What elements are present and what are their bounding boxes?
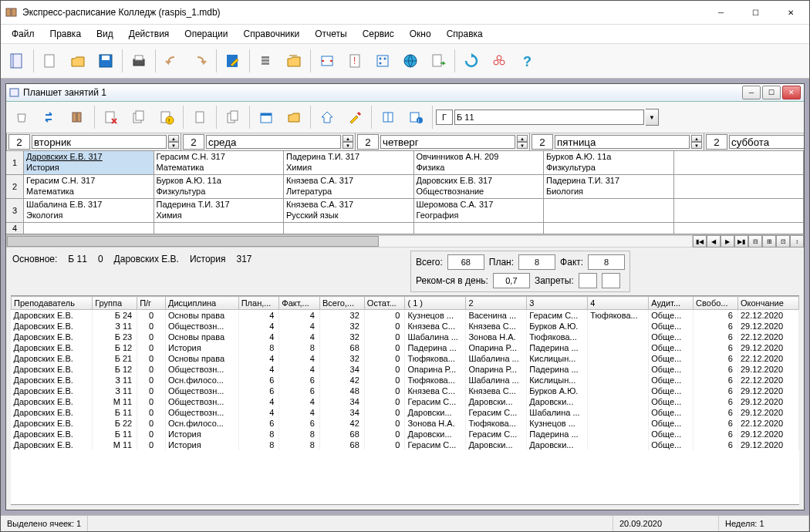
schedule-cell[interactable]: Бурков А.Ю. 11аФизкультура <box>544 151 674 174</box>
child-maximize[interactable]: ☐ <box>762 86 781 99</box>
stack-icon[interactable] <box>253 48 279 74</box>
group-letter-combo[interactable] <box>436 109 453 125</box>
col-header[interactable]: 4 <box>588 297 649 310</box>
schedule-cell[interactable]: Князева С.А. 317Русский язык <box>284 199 414 222</box>
redo-icon[interactable] <box>187 48 213 74</box>
folder-stack-icon[interactable] <box>281 48 307 74</box>
scroll-thumb[interactable] <box>7 236 379 247</box>
table-row[interactable]: Даровских Е.В.Б 230Основы права44320Шаба… <box>12 332 799 342</box>
schedule-cell[interactable] <box>674 151 805 174</box>
schedule-cell[interactable]: Даровских Е.В. 317История <box>24 151 154 174</box>
table-row[interactable]: Даровских Е.В.З 110Обществозн...44320Кня… <box>12 321 799 332</box>
pages-icon[interactable] <box>126 104 152 130</box>
schedule-cell[interactable] <box>544 199 674 222</box>
home-icon[interactable] <box>314 104 340 130</box>
page-next-icon[interactable] <box>425 48 451 74</box>
menu-Окно[interactable]: Окно <box>403 27 437 41</box>
col-header[interactable]: Преподаватель <box>12 297 93 310</box>
schedule-cell[interactable]: Князева С.А. 317Литература <box>284 175 414 198</box>
menu-Операции[interactable]: Операции <box>178 27 234 41</box>
col-header[interactable]: 3 <box>527 297 588 310</box>
schedule-cell[interactable]: Герасим С.Н. 317Математика <box>154 151 285 174</box>
col-header[interactable]: План,... <box>238 297 279 310</box>
group-combo[interactable]: ▼ <box>454 109 659 126</box>
child-minimize[interactable]: ─ <box>742 86 761 99</box>
col-header[interactable]: 2 <box>466 297 527 310</box>
fact-field[interactable] <box>588 254 625 270</box>
schedule-cell[interactable]: Овчинников А.Н. 209Физика <box>414 151 545 174</box>
day-name[interactable] <box>555 135 690 149</box>
schedule-cell[interactable] <box>414 223 545 234</box>
minimize-button[interactable]: ─ <box>704 2 738 23</box>
page-warn-icon[interactable]: ! <box>154 104 180 130</box>
schedule-cell[interactable]: Шеромова С.А. 317География <box>414 199 545 222</box>
day-num[interactable] <box>357 134 379 150</box>
schedule-cell[interactable] <box>674 223 805 234</box>
swap-icon[interactable] <box>37 104 63 130</box>
day-name[interactable] <box>380 135 515 149</box>
close-button[interactable]: ✕ <box>773 2 808 23</box>
schedule-cell[interactable] <box>544 223 674 234</box>
day-spin[interactable]: ▲▼ <box>691 135 702 149</box>
schedule-cell[interactable]: Шабалина Е.В. 317Экология <box>24 199 154 222</box>
tools-icon[interactable] <box>342 104 368 130</box>
data-grid[interactable]: ПреподавательГруппаП/гДисциплинаПлан,...… <box>11 295 799 505</box>
save-icon[interactable] <box>93 48 119 74</box>
menu-Действия[interactable]: Действия <box>123 27 176 41</box>
ban-field2[interactable] <box>602 273 620 288</box>
book-arrows-icon[interactable] <box>314 48 340 74</box>
calendar-icon[interactable] <box>253 104 279 130</box>
schedule-cell[interactable]: Герасим С.Н. 317Математика <box>24 175 154 198</box>
day-spin[interactable]: ▲▼ <box>517 135 528 149</box>
books-icon[interactable] <box>65 104 91 130</box>
schedule-cell[interactable] <box>24 223 154 234</box>
dropdown-icon[interactable]: ▼ <box>646 109 659 126</box>
book-info-icon[interactable]: i <box>403 104 429 130</box>
globe-icon[interactable] <box>397 48 424 74</box>
schedule-cell[interactable]: Даровских Е.В. 317Обществознание <box>414 175 545 198</box>
day-name[interactable] <box>32 135 167 149</box>
nav-next[interactable]: ▶ <box>721 235 734 247</box>
table-row[interactable]: Даровских Е.В.Б 110Обществозн...44340Дар… <box>12 407 799 418</box>
day-num[interactable] <box>706 134 727 150</box>
menu-Вид[interactable]: Вид <box>90 27 120 41</box>
maximize-button[interactable]: ☐ <box>738 2 773 23</box>
table-row[interactable]: Даровских Е.В.Б 110История88680Даровски.… <box>12 429 799 439</box>
plan-field[interactable] <box>518 254 555 270</box>
new-icon[interactable] <box>37 48 63 74</box>
schedule-cell[interactable]: Падерина Т.И. 317Биология <box>544 175 674 198</box>
folder2-icon[interactable] <box>281 104 307 130</box>
nav-first[interactable]: ▮◀ <box>693 235 707 247</box>
menu-Сервис[interactable]: Сервис <box>356 27 400 41</box>
table-row[interactable]: Даровских Е.В.Б 120Обществозн...44340Опа… <box>12 364 799 375</box>
undo-icon[interactable] <box>159 48 185 74</box>
col-header[interactable]: Факт,... <box>279 297 320 310</box>
nav-last[interactable]: ▶▮ <box>734 235 748 247</box>
notebook-icon[interactable] <box>4 48 30 74</box>
col-header[interactable]: Группа <box>93 297 137 310</box>
day-spin[interactable]: ▲▼ <box>168 135 179 149</box>
table-row[interactable]: Даровских Е.В.Б 210Основы права44320Тюфя… <box>12 353 799 364</box>
page-alert-icon[interactable]: ! <box>342 48 368 74</box>
menu-Справка[interactable]: Справка <box>440 27 489 41</box>
group-letter-input[interactable] <box>436 109 453 125</box>
day-name[interactable] <box>206 135 341 149</box>
day-name[interactable] <box>729 135 804 149</box>
col-header[interactable]: Дисциплина <box>165 297 238 310</box>
group-input[interactable] <box>454 109 644 125</box>
col-header[interactable]: Всего,... <box>319 297 364 310</box>
menu-Справочники[interactable]: Справочники <box>238 27 306 41</box>
day-num[interactable] <box>183 134 204 150</box>
help-icon[interactable]: ? <box>514 48 540 74</box>
schedule-cell[interactable]: Бурков А.Ю. 11аФизкультура <box>154 175 285 198</box>
schedule-cell[interactable] <box>154 223 285 234</box>
day-num[interactable] <box>8 134 30 150</box>
child-close[interactable]: ✕ <box>782 86 801 99</box>
schedule-cell[interactable]: Падерина Т.И. 317Химия <box>284 151 414 174</box>
col-header[interactable]: Свобо... <box>694 297 738 310</box>
col-header[interactable]: Аудит... <box>649 297 694 310</box>
table-row[interactable]: Даровских Е.В.М 110История88680Герасим С… <box>12 439 799 450</box>
nav-b1[interactable]: ⊟ <box>748 235 762 247</box>
table-row[interactable]: Даровских Е.В.Б 220Осн.филосо...66420Зон… <box>12 418 799 429</box>
pages2-icon[interactable] <box>220 104 246 130</box>
